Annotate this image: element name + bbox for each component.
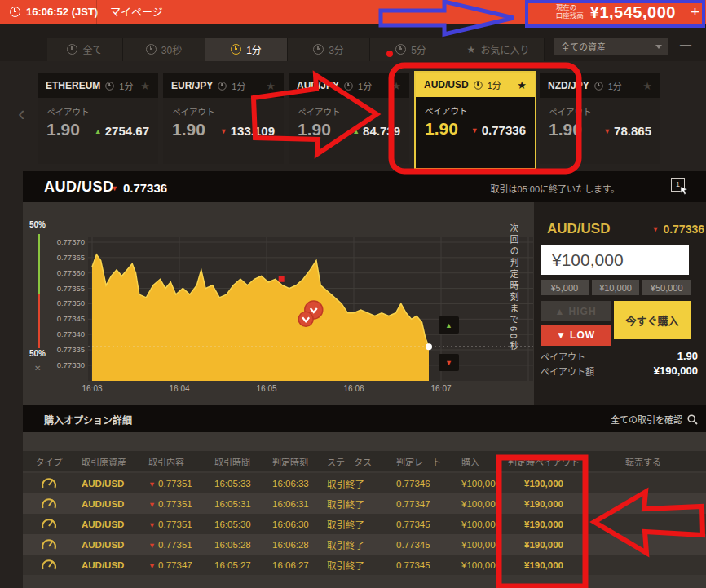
down-arrow-icon: ▼: [148, 521, 156, 529]
tab-label: 全て: [82, 42, 102, 56]
card-body: ペイアウト 1.90 ▼0.77336: [416, 97, 535, 137]
tab-2[interactable]: 30秒: [123, 38, 205, 61]
clock-icon: [218, 82, 227, 90]
asset-card-ethereum[interactable]: ETHEREUM 1分 ★ ペイアウト 1.90 ▲2754.67: [38, 73, 158, 164]
payout-value: 1.90: [298, 121, 331, 138]
low-button[interactable]: ▼ LOW: [541, 325, 611, 346]
card-price: ▲2754.67: [95, 124, 149, 138]
svg-text:0.77365: 0.77365: [57, 253, 85, 262]
asset-card-aud-jpy[interactable]: AUD/JPY 1分 ★ ペイアウト 1.90 ▲84.739: [289, 73, 409, 164]
asset-card-aud-usd[interactable]: AUD/USD 1分 ★ ペイアウト 1.90 ▼0.77336: [414, 71, 536, 170]
favorite-star-icon[interactable]: ★: [266, 80, 276, 92]
cell-asset: AUD/USD: [68, 499, 140, 509]
sentiment-low-pct: 50%: [29, 349, 46, 358]
tab-5[interactable]: 5分: [370, 38, 452, 61]
card-duration: 1分: [232, 79, 245, 92]
cell-payout: ¥190,000: [507, 479, 580, 489]
quick-amount-button-2[interactable]: ¥10,000: [592, 280, 640, 295]
tab-label: 5分: [411, 42, 426, 56]
details-title: 購入オプション詳細: [44, 413, 132, 427]
clock-icon: [395, 44, 406, 55]
up-arrow-icon: ▲: [554, 306, 565, 317]
favorite-star-icon[interactable]: ★: [642, 80, 652, 92]
payout-label: ペイアウト: [298, 105, 400, 117]
clock-icon: [474, 81, 482, 89]
low-button-label: LOW: [570, 329, 595, 341]
payout-value: 1.90: [425, 120, 458, 137]
column-header: 取引内容: [140, 455, 207, 468]
down-arrow-icon: ▼: [148, 562, 156, 570]
table-row-3[interactable]: AUD/USD ▼ 0.77351 16:05:30 16:06:30 取引終了…: [23, 514, 706, 534]
up-arrow-icon: ▲: [352, 127, 360, 135]
collapse-icon[interactable]: —: [680, 38, 691, 51]
favorite-star-icon[interactable]: ★: [517, 79, 527, 91]
cell-status: 取引終了: [320, 518, 390, 531]
mypage-link[interactable]: マイページ: [96, 0, 176, 24]
card-price: ▼78.865: [603, 124, 651, 138]
down-arrow-icon: ▼: [445, 359, 452, 367]
sentiment-high-pct: 50%: [29, 220, 46, 229]
clock-icon: [146, 44, 157, 55]
cell-buy: ¥100,000: [455, 560, 507, 570]
svg-text:16:05: 16:05: [256, 384, 276, 393]
amount-input[interactable]: [541, 245, 689, 275]
card-duration: 1分: [119, 79, 133, 92]
cell-status: 取引終了: [320, 477, 390, 490]
sentiment-bar-low: [38, 294, 40, 348]
favorite-star-icon[interactable]: ★: [391, 80, 401, 92]
clock-icon: [106, 82, 114, 90]
column-header: 取引時間: [207, 455, 264, 468]
tab-label: 30秒: [161, 42, 182, 56]
balance-label-line2: 口座残高: [556, 12, 584, 20]
clock-icon: [594, 82, 602, 90]
card-header: AUD/JPY 1分 ★: [289, 73, 409, 98]
table-row-1[interactable]: AUD/USD ▼ 0.77351 16:05:33 16:06:33 取引終了…: [23, 473, 706, 493]
tab-label: お気に入り: [480, 42, 529, 56]
cell-buy: ¥100,000: [455, 499, 507, 509]
quick-amount-button-3[interactable]: ¥50,000: [642, 280, 691, 295]
svg-text:0.77350: 0.77350: [57, 298, 85, 307]
countdown-text: 次回の判定時刻まで60秒: [507, 223, 520, 370]
cell-expiry: 16:06:33: [264, 479, 320, 489]
svg-text:0.77340: 0.77340: [57, 329, 85, 338]
add-funds-button[interactable]: +: [691, 3, 699, 21]
tab-6[interactable]: ★お気に入り: [452, 38, 545, 61]
quick-amount-button-1[interactable]: ¥5,000: [541, 280, 589, 295]
column-header: 判定レート: [390, 455, 455, 468]
buy-now-button[interactable]: 今すぐ購入: [614, 301, 691, 339]
cell-rate: 0.77345: [390, 519, 455, 529]
down-arrow-icon: ▼: [603, 127, 611, 135]
favorite-star-icon[interactable]: ★: [140, 80, 150, 92]
table-row-5[interactable]: AUD/USD ▼ 0.77347 16:05:27 16:06:27 取引終了…: [23, 555, 706, 575]
column-header: ステータス: [320, 455, 390, 468]
payout-label: ペイアウト: [172, 105, 275, 117]
cell-payout: ¥190,000: [507, 519, 580, 529]
tab-3[interactable]: 1分: [205, 38, 288, 61]
asset-filter-dropdown[interactable]: 全ての資産: [554, 38, 668, 55]
table-row-4[interactable]: AUD/USD ▼ 0.77351 16:05:28 16:06:28 取引終了…: [23, 534, 706, 555]
cell-expiry: 16:06:27: [264, 560, 320, 570]
column-header: 判定時ペイアウト: [507, 455, 580, 468]
card-duration: 1分: [488, 78, 501, 91]
tab-1[interactable]: 全て: [47, 38, 123, 61]
column-header: タイプ: [29, 455, 68, 468]
sentiment-close-icon[interactable]: ✕: [34, 364, 41, 373]
account-balance: 現在の 口座残高 ¥1,545,000 +: [556, 0, 699, 24]
high-button[interactable]: ▲ HIGH: [541, 301, 611, 321]
chart-duration-icon[interactable]: 1: [671, 178, 685, 192]
svg-text:0.77360: 0.77360: [57, 268, 85, 277]
table-row-2[interactable]: AUD/USD ▼ 0.77351 16:05:31 16:06:31 取引終了…: [23, 493, 706, 514]
cell-time: 16:05:30: [207, 519, 264, 529]
asset-card-eur-jpy[interactable]: EUR/JPY 1分 ★ ペイアウト 1.90 ▼133.109: [163, 73, 284, 164]
svg-text:0.77335: 0.77335: [57, 345, 85, 354]
asset-card-nzd-jpy[interactable]: NZD/JPY 1分 ★ ペイアウト 1.90 ▼78.865: [540, 73, 660, 164]
svg-text:0.77370: 0.77370: [57, 237, 85, 246]
view-all-trades[interactable]: 全ての取引を確認: [611, 413, 698, 426]
tab-4[interactable]: 3分: [288, 38, 370, 61]
card-duration: 1分: [358, 79, 372, 92]
panel-price-value: 0.77336: [663, 223, 704, 236]
card-body: ペイアウト 1.90 ▲84.739: [289, 98, 409, 138]
svg-text:0.77355: 0.77355: [57, 284, 85, 293]
cards-prev-arrow[interactable]: ‹: [18, 101, 25, 126]
cell-expiry: 16:06:30: [264, 519, 320, 529]
